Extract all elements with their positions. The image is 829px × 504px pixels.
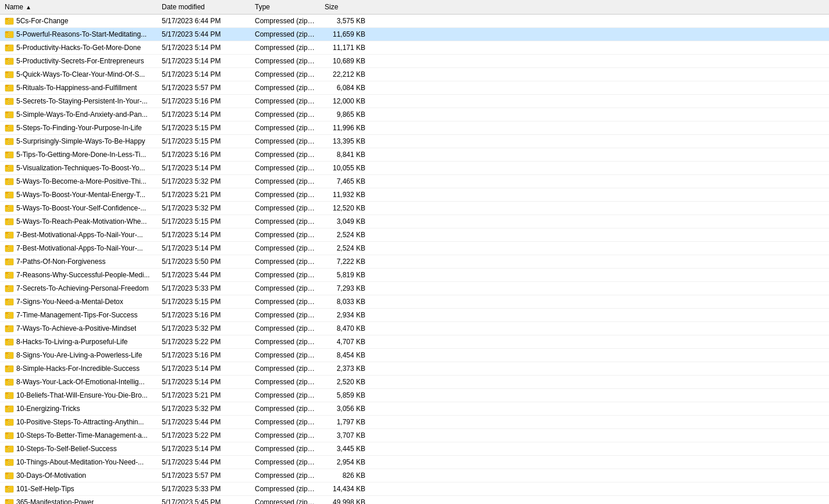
file-type-cell: Compressed (zipp... — [250, 256, 320, 267]
zip-file-icon — [5, 177, 14, 186]
table-row[interactable]: 8-Hacks-To-Living-a-Purposeful-Life5/17/… — [0, 335, 829, 349]
file-date-cell: 5/17/2023 5:33 PM — [157, 283, 250, 294]
file-type-cell: Compressed (zipp... — [250, 323, 320, 334]
table-row[interactable]: 7-Signs-You-Need-a-Mental-Detox5/17/2023… — [0, 295, 829, 309]
svg-rect-16 — [8, 48, 9, 49]
table-row[interactable]: 7-Time-Management-Tips-For-Success5/17/2… — [0, 309, 829, 322]
file-type-cell: Compressed (zipp... — [250, 457, 320, 467]
table-row[interactable]: 365-Manifestation-Power5/17/2023 5:45 PM… — [0, 496, 829, 504]
table-row[interactable]: 5-Powerful-Reasons-To-Start-Meditating..… — [0, 28, 829, 41]
table-row[interactable]: 7-Best-Motivational-Apps-To-Nail-Your-..… — [0, 242, 829, 255]
table-row[interactable]: 10-Steps-To-Self-Belief-Success5/17/2023… — [0, 442, 829, 456]
zip-file-icon — [5, 284, 14, 293]
svg-rect-117 — [8, 273, 9, 274]
svg-rect-47 — [8, 116, 9, 117]
file-name-text: 7-Ways-To-Achieve-a-Positive-Mindset — [16, 324, 136, 333]
file-size-cell: 14,434 KB — [320, 484, 372, 494]
zip-file-icon — [5, 471, 14, 480]
table-row[interactable]: 5-Rituals-To-Happiness-and-Fulfillment5/… — [0, 81, 829, 95]
type-column-header[interactable]: Type — [250, 1, 320, 13]
table-row[interactable]: 5-Visualization-Techniques-To-Boost-Yo..… — [0, 162, 829, 175]
zip-file-icon — [5, 484, 14, 494]
table-row[interactable]: 5-Simple-Ways-To-End-Anxiety-and-Pan...5… — [0, 108, 829, 121]
table-row[interactable]: 5-Tips-To-Getting-More-Done-In-Less-Ti..… — [0, 148, 829, 162]
zip-file-icon — [5, 30, 14, 39]
svg-rect-113 — [8, 263, 9, 264]
table-row[interactable]: 5Cs-For-Change5/17/2023 6:44 PMCompresse… — [0, 15, 829, 28]
zip-file-icon — [5, 56, 14, 66]
file-rows: 5Cs-For-Change5/17/2023 6:44 PMCompresse… — [0, 15, 829, 504]
zip-file-icon — [5, 230, 14, 240]
svg-rect-153 — [8, 353, 9, 355]
table-row[interactable]: 7-Ways-To-Achieve-a-Positive-Mindset5/17… — [0, 322, 829, 335]
table-row[interactable]: 7-Reasons-Why-Successful-People-Medi...5… — [0, 269, 829, 282]
file-type-cell: Compressed (zipp... — [250, 109, 320, 120]
table-row[interactable]: 5-Secrets-To-Staying-Persistent-In-Your-… — [0, 95, 829, 108]
size-column-header[interactable]: Size — [320, 1, 372, 13]
svg-rect-9 — [8, 33, 9, 34]
file-name-text: 5-Secrets-To-Staying-Persistent-In-Your-… — [16, 97, 148, 105]
table-row[interactable]: 8-Ways-Your-Lack-Of-Emotional-Intellig..… — [0, 376, 829, 389]
svg-rect-149 — [8, 344, 9, 345]
zip-file-icon — [5, 123, 14, 133]
file-name-text: 5-Ways-To-Boost-Your-Self-Confidence-... — [16, 204, 146, 212]
svg-rect-64 — [8, 155, 9, 156]
file-name-text: 5-Tips-To-Getting-More-Done-In-Less-Ti..… — [16, 151, 146, 159]
table-row[interactable]: 5-Ways-To-Reach-Peak-Motivation-Whe...5/… — [0, 215, 829, 228]
table-row[interactable]: 8-Simple-Hacks-For-Incredible-Success5/1… — [0, 362, 829, 376]
file-name-text: 10-Positive-Steps-To-Attracting-Anythin.… — [16, 418, 144, 426]
table-row[interactable]: 10-Positive-Steps-To-Attracting-Anythin.… — [0, 416, 829, 429]
file-date-cell: 5/17/2023 5:44 PM — [157, 29, 250, 40]
file-name-cell: 7-Time-Management-Tips-For-Success — [0, 309, 157, 321]
svg-rect-93 — [8, 220, 9, 221]
svg-rect-69 — [8, 166, 9, 167]
table-row[interactable]: 7-Secrets-To-Achieving-Personal-Freedom5… — [0, 282, 829, 295]
table-row[interactable]: 5-Quick-Ways-To-Clear-Your-Mind-Of-S...5… — [0, 68, 829, 81]
table-row[interactable]: 5-Ways-To-Boost-Your-Self-Confidence-...… — [0, 202, 829, 215]
file-date-cell: 5/17/2023 5:15 PM — [157, 296, 250, 307]
file-date-cell: 5/17/2023 5:32 PM — [157, 203, 250, 213]
table-row[interactable]: 10-Beliefs-That-Will-Ensure-You-Die-Bro.… — [0, 389, 829, 402]
svg-rect-99 — [8, 233, 9, 234]
file-name-cell: 7-Ways-To-Achieve-a-Positive-Mindset — [0, 323, 157, 334]
table-row[interactable]: 7-Paths-Of-Non-Forgiveness5/17/2023 5:50… — [0, 255, 829, 269]
file-type-cell: Compressed (zipp... — [250, 390, 320, 401]
table-row[interactable]: 10-Steps-To-Better-Time-Management-a...5… — [0, 429, 829, 442]
table-row[interactable]: 10-Energizing-Tricks5/17/2023 5:32 PMCom… — [0, 402, 829, 416]
svg-rect-53 — [8, 130, 9, 131]
svg-rect-183 — [8, 420, 9, 421]
file-date-cell: 5/17/2023 5:22 PM — [157, 430, 250, 441]
table-row[interactable]: 5-Productivity-Secrets-For-Entrepreneurs… — [0, 55, 829, 68]
zip-file-icon — [5, 43, 14, 52]
table-row[interactable]: 5-Ways-To-Become-a-More-Positive-Thi...5… — [0, 175, 829, 188]
svg-rect-191 — [8, 437, 9, 438]
sort-icon: ▲ — [26, 4, 31, 10]
file-list-container[interactable]: Name ▲ Date modified Type Size 5Cs-For-C… — [0, 0, 829, 504]
table-row[interactable]: 10-Things-About-Meditation-You-Need-...5… — [0, 456, 829, 469]
name-column-header[interactable]: Name ▲ — [0, 1, 157, 13]
file-name-text: 10-Energizing-Tricks — [16, 405, 80, 413]
file-size-cell: 4,707 KB — [320, 337, 372, 347]
date-column-header[interactable]: Date modified — [157, 1, 250, 13]
table-row[interactable]: 101-Self-Help-Tips5/17/2023 5:33 PMCompr… — [0, 482, 829, 496]
table-row[interactable]: 5-Steps-To-Finding-Your-Purpose-In-Life5… — [0, 121, 829, 135]
file-type-cell: Compressed (zipp... — [250, 337, 320, 347]
table-row[interactable]: 5-Ways-To-Boost-Your-Mental-Energy-T...5… — [0, 188, 829, 202]
file-size-cell: 7,222 KB — [320, 256, 372, 267]
file-size-cell: 8,470 KB — [320, 323, 372, 334]
file-size-cell: 2,520 KB — [320, 377, 372, 387]
file-name-text: 365-Manifestation-Power — [16, 498, 94, 504]
svg-rect-213 — [8, 487, 9, 488]
file-type-cell: Compressed (zipp... — [250, 42, 320, 53]
table-row[interactable]: 5-Surprisingly-Simple-Ways-To-Be-Happy5/… — [0, 135, 829, 148]
svg-rect-57 — [8, 140, 9, 141]
table-row[interactable]: 30-Days-Of-Motivation5/17/2023 5:57 PMCo… — [0, 469, 829, 482]
file-name-cell: 5-Steps-To-Finding-Your-Purpose-In-Life — [0, 122, 157, 134]
table-row[interactable]: 5-Productivity-Hacks-To-Get-More-Done5/1… — [0, 41, 829, 55]
zip-file-icon — [5, 324, 14, 333]
file-type-cell: Compressed (zipp... — [250, 83, 320, 93]
table-row[interactable]: 7-Best-Motivational-Apps-To-Nail-Your-..… — [0, 228, 829, 242]
table-row[interactable]: 8-Signs-You-Are-Living-a-Powerless-Life5… — [0, 349, 829, 362]
svg-rect-22 — [8, 61, 9, 62]
zip-file-icon — [5, 83, 14, 92]
